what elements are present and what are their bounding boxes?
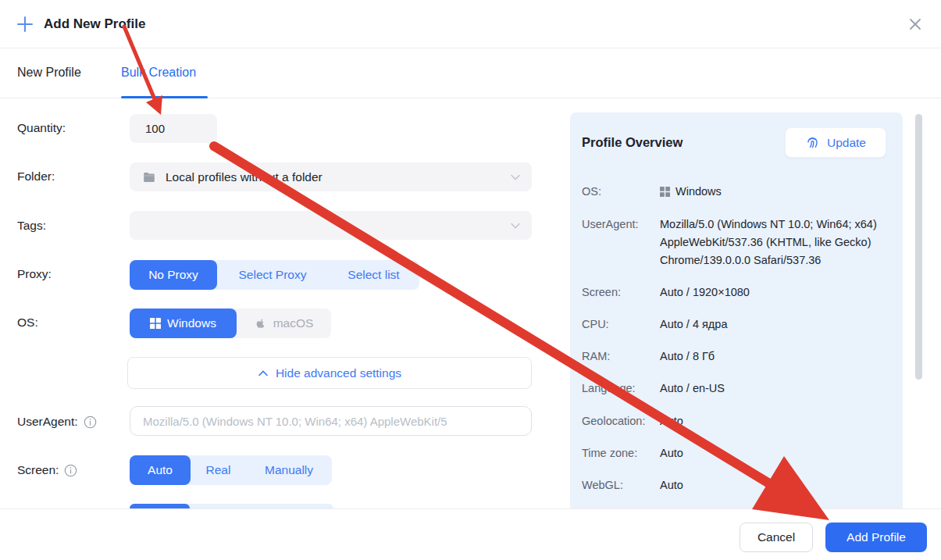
quantity-input[interactable]	[130, 114, 217, 143]
windows-icon	[150, 318, 161, 329]
screen-option-manually[interactable]: Manually	[246, 455, 332, 485]
chevron-down-icon	[510, 220, 521, 231]
modal-footer: Cancel Add Profile	[0, 508, 941, 560]
vertical-scrollbar-thumb[interactable]	[915, 114, 922, 380]
chevron-up-icon	[258, 368, 269, 379]
overview-os-label: OS:	[582, 183, 660, 201]
screen-option-real[interactable]: Real	[191, 455, 246, 485]
fingerprint-icon	[805, 135, 820, 150]
overview-webgl-value: Auto	[660, 476, 894, 494]
overview-useragent-value: Mozilla/5.0 (Windows NT 10.0; Win64; x64…	[660, 216, 894, 269]
proxy-label: Proxy:	[17, 267, 52, 281]
add-new-profile-modal: Add New Profile New Profile Bulk Creatio…	[0, 0, 941, 560]
modal-header: Add New Profile	[0, 0, 941, 48]
proxy-option-no-proxy[interactable]: No Proxy	[130, 260, 217, 290]
proxy-option-select-list[interactable]: Select list	[328, 260, 419, 290]
cancel-button[interactable]: Cancel	[740, 523, 813, 552]
modal-title: Add New Profile	[44, 16, 145, 32]
overview-cpu-label: CPU:	[582, 316, 660, 334]
screen-label-text: Screen:	[17, 463, 59, 477]
os-option-windows[interactable]: Windows	[130, 309, 237, 338]
screen-label: Screen:	[17, 463, 77, 477]
proxy-option-select-proxy[interactable]: Select Proxy	[217, 260, 328, 290]
overview-cpu-value: Auto / 4 ядра	[660, 316, 894, 334]
overview-webgl-label: WebGL:	[582, 476, 660, 494]
screen-option-auto[interactable]: Auto	[130, 455, 191, 485]
plus-icon	[16, 16, 34, 33]
bulk-creation-form: Quantity: Folder: Local profiles without…	[0, 98, 554, 508]
overview-row-screen: Screen: Auto / 1920×1080	[582, 284, 894, 301]
useragent-label: UserAgent:	[17, 415, 97, 429]
tags-label: Tags:	[17, 219, 46, 233]
close-icon[interactable]	[904, 13, 926, 35]
overview-timezone-label: Time zone:	[582, 444, 660, 462]
profile-overview-panel: Profile Overview Update OS: Windows User…	[570, 112, 903, 512]
overview-screen-value: Auto / 1920×1080	[660, 284, 894, 301]
hide-advanced-settings-label: Hide advanced settings	[276, 366, 401, 380]
chevron-down-icon	[510, 172, 521, 183]
overview-row-webgl: WebGL: Auto	[582, 476, 894, 494]
tab-bulk-creation[interactable]: Bulk Creation	[121, 66, 196, 80]
update-button-label: Update	[827, 136, 866, 150]
overview-os-value: Windows	[675, 183, 722, 201]
folder-value: Local profiles without a folder	[166, 170, 323, 184]
proxy-segmented-control: No Proxy Select Proxy Select list	[130, 260, 419, 290]
os-label: OS:	[17, 316, 38, 330]
useragent-input[interactable]	[130, 406, 532, 436]
info-icon	[84, 416, 97, 429]
overview-row-geolocation: Geolocation: Auto	[582, 412, 894, 430]
screen-segmented-control: Auto Real Manually	[130, 455, 332, 485]
apple-icon	[255, 317, 267, 330]
os-option-macos[interactable]: macOS	[237, 309, 331, 338]
overview-language-label: Language:	[582, 380, 660, 398]
tab-new-profile[interactable]: New Profile	[17, 66, 81, 80]
overview-row-os: OS: Windows	[582, 183, 894, 201]
profile-overview-title: Profile Overview	[582, 135, 683, 150]
overview-ram-label: RAM:	[582, 348, 660, 366]
overview-screen-label: Screen:	[582, 284, 660, 301]
hide-advanced-settings-button[interactable]: Hide advanced settings	[127, 357, 532, 389]
os-macos-label: macOS	[273, 316, 314, 330]
folder-label: Folder:	[17, 169, 55, 184]
overview-ram-value: Auto / 8 Гб	[660, 348, 894, 366]
overview-geolocation-value: Auto	[660, 412, 894, 430]
overview-row-timezone: Time zone: Auto	[582, 444, 894, 462]
overview-geolocation-label: Geolocation:	[582, 412, 660, 430]
overview-useragent-label: UserAgent:	[582, 216, 660, 269]
add-profile-button[interactable]: Add Profile	[825, 523, 927, 552]
os-segmented-control: Windows macOS	[130, 309, 331, 338]
overview-row-language: Language: Auto / en-US	[582, 380, 894, 398]
useragent-label-text: UserAgent:	[17, 415, 78, 429]
os-windows-label: Windows	[167, 316, 216, 330]
tab-bar: New Profile Bulk Creation	[0, 48, 941, 98]
update-button[interactable]: Update	[785, 127, 886, 158]
folder-icon	[143, 171, 155, 184]
overview-timezone-value: Auto	[660, 444, 894, 462]
info-icon	[64, 464, 77, 477]
overview-row-cpu: CPU: Auto / 4 ядра	[582, 316, 894, 334]
overview-row-useragent: UserAgent: Mozilla/5.0 (Windows NT 10.0;…	[582, 216, 894, 269]
windows-icon	[660, 187, 670, 197]
overview-row-ram: RAM: Auto / 8 Гб	[582, 348, 894, 366]
overview-language-value: Auto / en-US	[660, 380, 894, 398]
folder-select[interactable]: Local profiles without a folder	[130, 162, 532, 191]
quantity-label: Quantity:	[17, 121, 66, 135]
tags-select[interactable]	[130, 211, 532, 240]
